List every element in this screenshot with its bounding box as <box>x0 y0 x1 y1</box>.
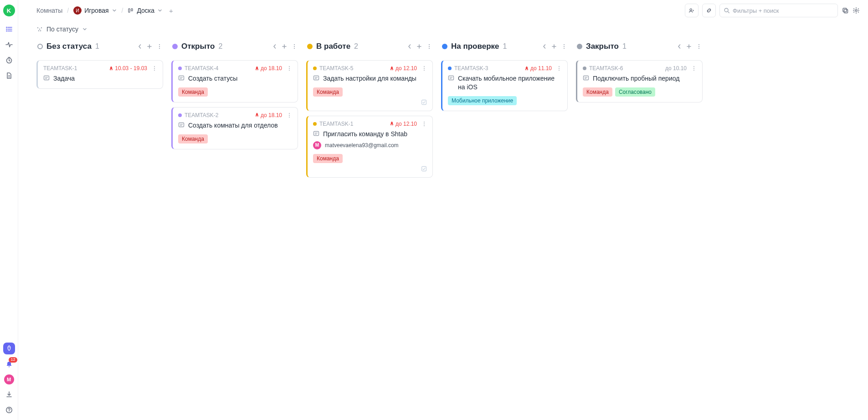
collapse-column-icon[interactable] <box>677 44 682 49</box>
column-menu-icon[interactable] <box>292 43 297 50</box>
task-id: TEAMTASK-2 <box>185 112 218 118</box>
notifications-icon[interactable]: 12 <box>4 359 15 370</box>
flame-icon <box>390 121 394 126</box>
svg-point-3 <box>6 27 7 28</box>
tag-team[interactable]: Команда <box>583 87 612 97</box>
members-icon[interactable] <box>685 4 699 17</box>
download-icon[interactable] <box>4 389 15 400</box>
user-avatar[interactable]: M <box>4 374 14 384</box>
task-id: TEAMTASK-6 <box>589 65 623 72</box>
collapse-column-icon[interactable] <box>542 44 547 49</box>
chevron-down-icon[interactable] <box>157 8 163 13</box>
card-menu-icon[interactable] <box>420 121 427 127</box>
column-count: 2 <box>354 42 358 51</box>
svg-rect-32 <box>44 76 49 80</box>
timer-icon[interactable] <box>4 55 15 66</box>
column-menu-icon[interactable] <box>426 43 432 50</box>
card-menu-icon[interactable] <box>285 112 292 118</box>
task-due: 10.03 - 19.03 <box>109 65 147 72</box>
search-input[interactable] <box>733 7 834 14</box>
svg-point-38 <box>289 66 290 67</box>
task-title: Пригласить команду в Shtab <box>323 130 407 138</box>
card-title-row: Задача <box>43 74 157 83</box>
help-icon[interactable] <box>4 405 15 415</box>
add-card-icon[interactable] <box>416 44 422 49</box>
svg-line-17 <box>728 12 729 13</box>
column-review: На проверке1TEAMTASK-3до 11.10Скачать мо… <box>441 41 568 111</box>
task-id: TEAMTASK-4 <box>185 65 218 72</box>
column-no_status: Без статуса1TEAMTASK-110.03 - 19.03Задач… <box>36 41 163 89</box>
svg-point-45 <box>289 115 290 116</box>
add-view-button[interactable]: + <box>167 7 175 15</box>
card-menu-icon[interactable] <box>150 65 157 72</box>
list-icon[interactable] <box>4 24 15 35</box>
column-count: 2 <box>218 42 222 51</box>
tag-mobile[interactable]: Мобильное приложение <box>448 96 517 105</box>
column-menu-icon[interactable] <box>561 43 567 50</box>
card-title-row: Скачать мобильное приложение на iOS <box>448 74 562 92</box>
subtask-icon[interactable] <box>421 99 427 105</box>
chevron-down-icon[interactable] <box>82 26 87 32</box>
task-due: до 18.10 <box>255 65 282 72</box>
workspace-avatar[interactable]: K <box>3 5 15 16</box>
left-rail: K 12 M <box>0 0 18 420</box>
chevron-down-icon[interactable] <box>112 8 117 13</box>
svg-point-20 <box>855 10 857 11</box>
flame-icon <box>255 113 259 118</box>
svg-point-69 <box>564 48 565 49</box>
tag-team[interactable]: Команда <box>313 87 343 97</box>
document-icon[interactable] <box>4 70 15 81</box>
collapse-column-icon[interactable] <box>138 44 142 49</box>
collapse-column-icon[interactable] <box>407 44 412 49</box>
column-count: 1 <box>95 42 99 51</box>
add-card-icon[interactable] <box>147 44 152 49</box>
link-icon[interactable] <box>702 4 716 17</box>
task-card[interactable]: TEAMTASK-4до 18.10Создать статусыКоманда <box>171 60 298 102</box>
search-icon <box>724 7 730 14</box>
copy-icon[interactable] <box>842 7 849 14</box>
activity-icon[interactable] <box>4 39 15 50</box>
svg-point-40 <box>289 70 290 71</box>
column-title: Закрыто <box>586 42 619 51</box>
add-card-icon[interactable] <box>282 44 287 49</box>
task-card[interactable]: TEAMTASK-5до 12.10Задать настройки для к… <box>306 60 433 111</box>
column-menu-icon[interactable] <box>157 43 162 50</box>
task-title: Задача <box>53 74 75 83</box>
column-title: На проверке <box>451 42 499 51</box>
card-menu-icon[interactable] <box>555 65 562 72</box>
breadcrumb-rooms[interactable]: Комнаты <box>36 7 62 14</box>
add-card-icon[interactable] <box>686 44 692 49</box>
card-menu-icon[interactable] <box>285 65 292 72</box>
card-menu-icon[interactable] <box>420 65 427 72</box>
task-card[interactable]: TEAMTASK-1до 12.10Пригласить команду в S… <box>306 116 433 178</box>
task-card[interactable]: TEAMTASK-2до 18.10Создать комнаты для от… <box>171 107 298 149</box>
task-card[interactable]: TEAMTASK-6до 10.10Подключить пробный пер… <box>576 60 703 102</box>
svg-point-72 <box>559 70 560 71</box>
task-card[interactable]: TEAMTASK-3до 11.10Скачать мобильное прил… <box>441 60 568 111</box>
svg-point-50 <box>429 44 430 45</box>
tag-team[interactable]: Команда <box>178 87 208 97</box>
breadcrumb-view[interactable]: Доска <box>128 7 163 14</box>
column-title: В работе <box>316 42 350 51</box>
tag-team[interactable]: Команда <box>313 154 343 163</box>
tag-agreed[interactable]: Согласовано <box>615 87 655 97</box>
breadcrumb-room[interactable]: И Игровая <box>73 6 117 15</box>
svg-point-31 <box>154 70 155 71</box>
column-title: Без статуса <box>46 42 92 51</box>
subtask-icon[interactable] <box>421 166 427 172</box>
card-menu-icon[interactable] <box>689 65 697 72</box>
task-due-text: до 18.10 <box>261 112 282 118</box>
task-card[interactable]: TEAMTASK-110.03 - 19.03Задача <box>36 60 163 89</box>
column-header: Открыто2 <box>171 41 298 56</box>
search-box[interactable] <box>719 4 838 17</box>
column-menu-icon[interactable] <box>696 43 702 50</box>
tag-team[interactable]: Команда <box>178 134 208 143</box>
collapse-column-icon[interactable] <box>272 44 277 49</box>
status-dot <box>442 44 447 49</box>
tags: Команда <box>313 154 427 163</box>
rocket-icon[interactable] <box>3 343 15 354</box>
add-card-icon[interactable] <box>551 44 557 49</box>
room-name: Игровая <box>84 7 108 14</box>
gear-icon[interactable] <box>853 7 860 14</box>
group-by-row[interactable]: По статусу <box>18 21 868 41</box>
